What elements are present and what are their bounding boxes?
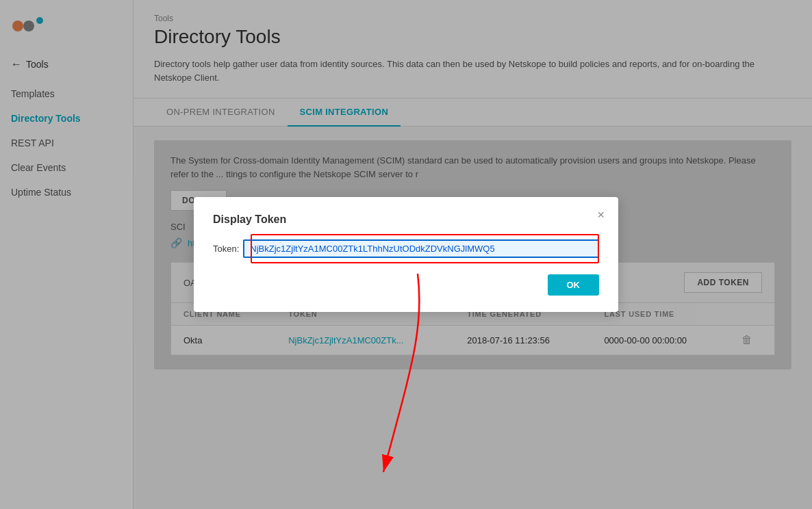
- modal-token-row: Token: NjBkZjc1ZjltYzA1MC00ZTk1LThhNzUtO…: [213, 239, 599, 258]
- ok-button[interactable]: OK: [548, 274, 600, 296]
- modal-overlay[interactable]: Display Token × Token: NjBkZjc1ZjltYzA1M…: [0, 0, 812, 509]
- modal-token-value: NjBkZjc1ZjltYzA1MC00ZTk1LThhNzUtODdkZDVk…: [243, 239, 599, 258]
- display-token-modal: Display Token × Token: NjBkZjc1ZjltYzA1M…: [194, 197, 618, 312]
- modal-footer: OK: [213, 274, 599, 296]
- modal-token-label: Token:: [213, 244, 239, 254]
- modal-close-button[interactable]: ×: [597, 208, 605, 222]
- modal-title: Display Token: [213, 213, 599, 226]
